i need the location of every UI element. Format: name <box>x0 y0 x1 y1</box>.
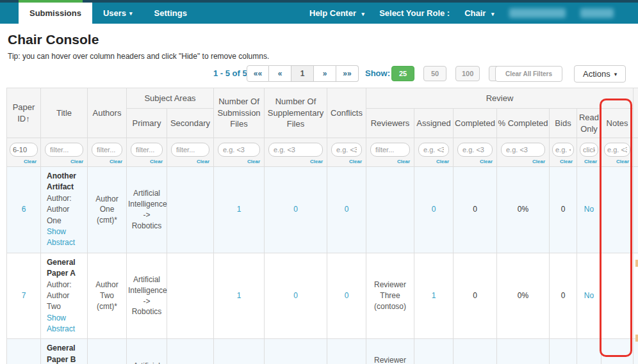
chevron-down-icon: ▾ <box>362 11 365 17</box>
help-center-menu[interactable]: Help Center ▾ <box>309 8 364 18</box>
redacted-signout-link[interactable] <box>580 8 614 18</box>
clear-all-filters-button[interactable]: Clear All Filters <box>495 66 562 82</box>
supplementary-files-link[interactable]: 0 <box>293 205 298 214</box>
paper-id-link[interactable]: 6 <box>22 205 26 214</box>
header-conflicts[interactable]: Conflicts <box>327 88 366 138</box>
clear-filter-link[interactable]: Clear <box>366 159 414 166</box>
submission-files-link[interactable]: 1 <box>237 205 241 214</box>
pager-next-button[interactable]: » <box>314 65 336 82</box>
clear-filter-link[interactable]: Clear <box>327 159 366 166</box>
supplementary-files-link[interactable]: 0 <box>293 291 298 300</box>
filter-reviewers-input[interactable] <box>370 143 410 157</box>
filter-completed-input[interactable] <box>457 143 493 157</box>
clear-filter-link[interactable]: Clear <box>41 159 87 166</box>
clear-filter-link[interactable]: Clear <box>497 159 549 166</box>
read-only-link[interactable]: No <box>584 205 594 214</box>
help-center-label: Help Center <box>309 8 356 18</box>
page-size-100-button[interactable]: 100 <box>455 66 480 81</box>
clear-filter-link[interactable]: Clear <box>88 159 126 166</box>
clear-filter-link[interactable]: Clear <box>127 159 167 166</box>
completed-count: 0 <box>454 167 497 253</box>
completed-count: 0 <box>454 339 497 364</box>
clear-filter-link[interactable]: Clear <box>214 159 264 166</box>
submission-files-link[interactable]: 1 <box>237 291 241 300</box>
secondary-subject-cell <box>167 167 214 253</box>
page-size-50-button[interactable]: 50 <box>423 66 446 81</box>
filter-pct-completed-input[interactable] <box>501 143 545 157</box>
paper-id-link[interactable]: 7 <box>22 291 26 300</box>
filter-title-input[interactable] <box>45 143 83 157</box>
tab-submissions[interactable]: Submissions <box>19 3 92 24</box>
header-pct-completed[interactable]: % Completed <box>497 109 550 138</box>
paper-title: General Paper A <box>47 257 85 280</box>
header-paper-id[interactable]: Paper ID↑ <box>7 88 41 138</box>
secondary-subject-cell <box>167 253 214 339</box>
filter-authors-input[interactable] <box>92 143 122 157</box>
header-notes[interactable]: Notes <box>601 109 634 138</box>
header-bids[interactable]: Bids <box>550 109 577 138</box>
header-read-only[interactable]: Read Only <box>577 109 601 138</box>
filter-notes-input[interactable] <box>604 143 630 157</box>
pagination-controls: «« « 1 » »» <box>247 65 359 82</box>
tab-settings[interactable]: Settings <box>143 3 198 24</box>
header-submission-files[interactable]: Number Of Submission Files <box>214 88 265 138</box>
tab-users[interactable]: Users ▾ <box>92 3 143 24</box>
header-completed[interactable]: Completed <box>454 109 497 138</box>
clear-filter-link[interactable]: Clear <box>265 159 327 166</box>
pager-prev-button[interactable]: « <box>269 65 291 82</box>
filter-supplementary-files-input[interactable] <box>268 143 323 157</box>
pct-completed: 0% <box>497 339 550 364</box>
assigned-link[interactable]: 1 <box>432 291 436 300</box>
filter-primary-input[interactable] <box>131 143 163 157</box>
table-row: 7 General Paper A Author: Author Two Sho… <box>7 253 638 339</box>
conflicts-link[interactable]: 0 <box>345 291 349 300</box>
clipped-edit-link <box>635 260 638 267</box>
actions-dropdown-button[interactable]: Actions ▾ <box>574 65 626 83</box>
clear-filter-link[interactable]: Clear <box>167 159 213 166</box>
filter-conflicts-input[interactable] <box>331 143 362 157</box>
filter-read-only-input[interactable] <box>580 143 598 157</box>
pager-first-button[interactable]: «« <box>247 65 269 82</box>
tip-text: Tip: you can hover over column headers a… <box>8 52 638 61</box>
chevron-down-icon: ▾ <box>129 10 133 17</box>
filter-paper-id-input[interactable] <box>10 143 38 157</box>
conflicts-link[interactable]: 0 <box>345 205 349 214</box>
filter-assigned-input[interactable] <box>418 143 449 157</box>
header-reviewers[interactable]: Reviewers <box>366 109 414 138</box>
clear-filter-link[interactable]: Clear <box>577 159 601 166</box>
tab-users-label: Users <box>103 8 126 18</box>
clipped-cell <box>634 339 638 364</box>
header-authors[interactable]: Authors <box>88 88 127 138</box>
read-only-link[interactable]: No <box>584 291 594 300</box>
show-abstract-link[interactable]: Show Abstract <box>47 227 75 247</box>
primary-subject-cell: Artificial Intelligence -> Robotics <box>127 253 167 339</box>
chair-console-page: Submissions Users ▾ Settings Help Center… <box>0 0 638 364</box>
filter-submission-files-input[interactable] <box>218 143 260 157</box>
filter-secondary-input[interactable] <box>171 143 209 157</box>
clear-filter-link[interactable]: Clear <box>7 159 40 166</box>
header-assigned[interactable]: Assigned <box>414 109 454 138</box>
page-size-25-button[interactable]: 25 <box>391 66 414 81</box>
pager-page-1-button[interactable]: 1 <box>291 65 314 82</box>
clear-filter-link[interactable]: Clear <box>601 159 633 166</box>
paper-title: Another Artifact <box>47 171 85 193</box>
redacted-username[interactable] <box>509 8 566 18</box>
assigned-link[interactable]: 0 <box>432 205 436 214</box>
header-supplementary-files[interactable]: Number Of Supplementary Files <box>265 88 327 138</box>
primary-subject-cell: Artificial Intelligence -> Robotics <box>127 339 167 364</box>
role-dropdown[interactable]: Chair ▾ <box>464 8 494 18</box>
show-abstract-link[interactable]: Show Abstract <box>47 313 75 333</box>
completed-count: 0 <box>454 253 497 339</box>
clear-filter-link[interactable]: Clear <box>414 159 453 166</box>
clear-filter-link[interactable]: Clear <box>454 159 496 166</box>
table-row: 8 General Paper B Author: Author Two Sho… <box>7 339 638 364</box>
table-row: 6 Another Artifact Author: Author One Sh… <box>7 167 638 253</box>
header-primary[interactable]: Primary <box>127 109 167 138</box>
header-title[interactable]: Title <box>41 88 88 138</box>
clipped-edit-link <box>635 335 638 342</box>
pct-completed: 0% <box>497 253 550 339</box>
filter-bids-input[interactable] <box>552 143 574 157</box>
pager-last-button[interactable]: »» <box>336 65 359 82</box>
clear-filter-link[interactable]: Clear <box>550 159 577 166</box>
header-secondary[interactable]: Secondary <box>167 109 214 138</box>
